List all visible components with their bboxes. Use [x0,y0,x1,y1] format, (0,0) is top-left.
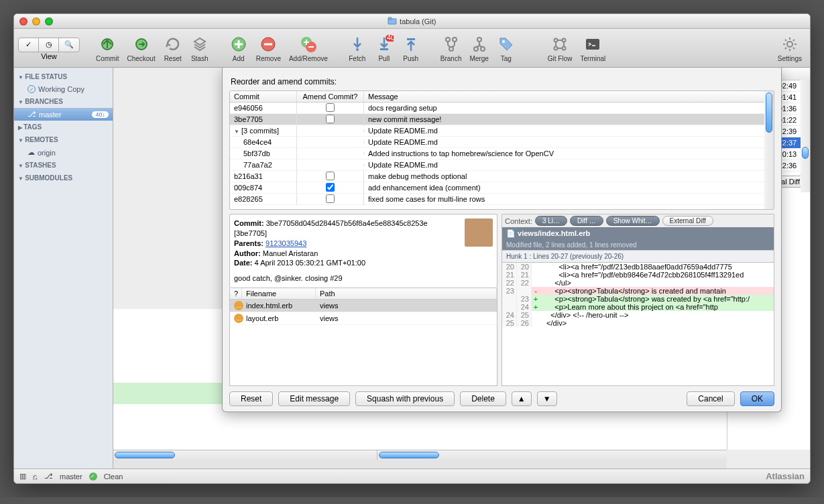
zoom-window-button[interactable] [45,17,53,25]
commit-row[interactable]: 3be7705new commit message! [230,114,774,125]
delete-button[interactable]: Delete [460,391,506,406]
commit-row[interactable]: 009c874add enhancement idea (comment) [230,182,774,194]
status-bar: ▥ ⎌ ⎇ master ✓ Clean Atlassian [14,468,810,483]
external-diff-button-2[interactable]: External Diff [662,216,713,226]
status-clean: Clean [104,472,123,481]
sidebar-item-master[interactable]: ⎇master40↓ [14,108,113,121]
folder-icon [388,16,397,25]
svg-point-8 [356,48,359,51]
amend-checkbox[interactable] [326,103,335,112]
column-commit[interactable]: Commit [230,91,297,102]
svg-text:40: 40 [387,35,394,42]
commit-row[interactable]: b216a31make debug methods optional [230,171,774,182]
cancel-button[interactable]: Cancel [687,391,734,406]
interactive-rebase-sheet: Reorder and amend commits: Commit Amend … [222,68,782,412]
amend-checkbox[interactable] [326,115,335,123]
amend-checkbox[interactable] [326,183,335,192]
svg-point-23 [563,47,566,50]
diff-file-header: 📄 views/index.html.erb [502,227,774,240]
reset-button[interactable]: Reset [229,391,273,406]
brand-label: Atlassian [766,471,805,481]
column-amend[interactable]: Amend Commit? [297,91,364,102]
view-files-icon[interactable]: ✓ [19,38,39,52]
diff-body[interactable]: 2020 <li><a href="/pdf/213edb188aaef0add… [502,263,774,386]
commit-row[interactable]: e828265fixed some cases for multi-line r… [230,194,774,205]
view-search-icon[interactable]: 🔍 [59,38,79,52]
ok-button[interactable]: OK [740,391,774,406]
context-lines-dropdown[interactable]: 3 Li… [535,216,567,226]
merge-button[interactable]: Merge [465,34,492,64]
sidebar-section-branches[interactable]: BRANCHES [14,95,113,108]
window-title: tabula (Git) [400,17,436,25]
svg-point-18 [477,38,481,42]
whitespace-dropdown[interactable]: Show Whit… [606,216,660,226]
branch-button[interactable]: Branch [436,34,466,64]
parent-commit-link[interactable]: 9123035943 [266,239,306,247]
checkout-button[interactable]: Checkout [123,34,159,64]
sidebar-item-origin[interactable]: ☁origin [14,146,113,159]
sidebar-section-filestatus[interactable]: FILE STATUS [14,70,113,83]
author-avatar [465,218,493,247]
file-list-table[interactable]: ? Filename Path …index.html.erbviews…lay… [229,288,497,386]
move-up-button[interactable]: ▲ [512,391,532,406]
sidebar-section-stashes[interactable]: STASHES [14,159,113,172]
svg-point-14 [453,38,457,42]
amend-checkbox[interactable] [326,194,335,203]
move-down-button[interactable]: ▼ [537,391,557,406]
gitflow-button[interactable]: Git Flow [544,34,577,64]
close-window-button[interactable] [19,17,27,25]
clean-check-icon: ✓ [89,472,97,481]
sheet-title: Reorder and amend commits: [229,74,774,90]
squash-button[interactable]: Squash with previous [355,391,455,406]
settings-button[interactable]: Settings [774,34,806,64]
sidebar-item-workingcopy[interactable]: ✓Working Copy [14,83,113,95]
commit-row[interactable]: 5bf37dbAdded instructions to tap homebre… [230,148,774,160]
svg-rect-24 [586,39,599,50]
diff-line: 2222 </ul> [502,279,774,287]
sidebar-section-remotes[interactable]: REMOTES [14,133,113,146]
svg-point-13 [446,38,450,42]
modified-icon: … [234,301,243,310]
file-row[interactable]: …index.html.erbviews [230,300,497,312]
commit-button[interactable]: Commit [92,34,123,64]
view-history-icon[interactable]: ◷ [39,38,59,52]
status-branch: master [60,472,82,481]
sidebar-toggle-icon[interactable]: ▥ [19,472,26,481]
branch-icon: ⎇ [27,110,36,119]
reset-button[interactable]: Reset [160,34,186,64]
amend-checkbox[interactable] [326,172,335,180]
diff-line: 2020 <li><a href="/pdf/213edb188aaef0add… [502,263,774,271]
commit-row[interactable]: e946056docs regarding setup [230,103,774,114]
diff-mode-dropdown[interactable]: Diff … [570,216,603,226]
terminal-button[interactable]: Terminal [576,34,609,64]
sidebar-section-submodules[interactable]: SUBMODULES [14,172,113,184]
file-row[interactable]: …layout.erbviews [230,312,497,325]
commits-table[interactable]: Commit Amend Commit? Message e946056docs… [229,90,774,210]
commit-info-panel: Commit: 3be77058d045d284457b56f8a4e5e883… [229,214,497,288]
svg-rect-12 [407,38,415,40]
add-button[interactable]: Add [225,34,252,64]
minimize-window-button[interactable] [32,17,40,25]
svg-rect-0 [388,19,396,24]
refresh-icon[interactable]: ⎌ [33,472,38,481]
commit-row[interactable]: [3 commits]Update README.md [230,125,774,137]
commit-row[interactable]: 68e4ce4Update README.md [230,137,774,148]
diff-line: 2425 </div> <!-- /hero-unit --> [502,311,774,319]
stash-button[interactable]: Stash [186,34,213,64]
tag-button[interactable]: Tag [493,34,520,64]
svg-point-25 [787,42,792,47]
view-segmented-control[interactable]: ✓ ◷ 🔍 [18,38,80,52]
diff-hunk-header: Hunk 1 : Lines 20-27 (previously 20-26) [502,250,774,263]
sidebar-section-tags[interactable]: TAGS [14,121,113,133]
remove-button[interactable]: Remove [252,34,285,64]
svg-point-21 [563,39,566,42]
column-message[interactable]: Message [364,91,774,102]
horizontal-scrollbars[interactable] [113,450,727,468]
commit-row[interactable]: 77aa7a2Update README.md [230,160,774,171]
view-label: View [41,52,57,60]
pull-button[interactable]: 40Pull [371,34,398,64]
edit-message-button[interactable]: Edit message [278,391,350,406]
addremove-button[interactable]: Add/Remove [285,34,332,64]
fetch-button[interactable]: Fetch [344,34,371,64]
push-button[interactable]: Push [398,34,424,64]
